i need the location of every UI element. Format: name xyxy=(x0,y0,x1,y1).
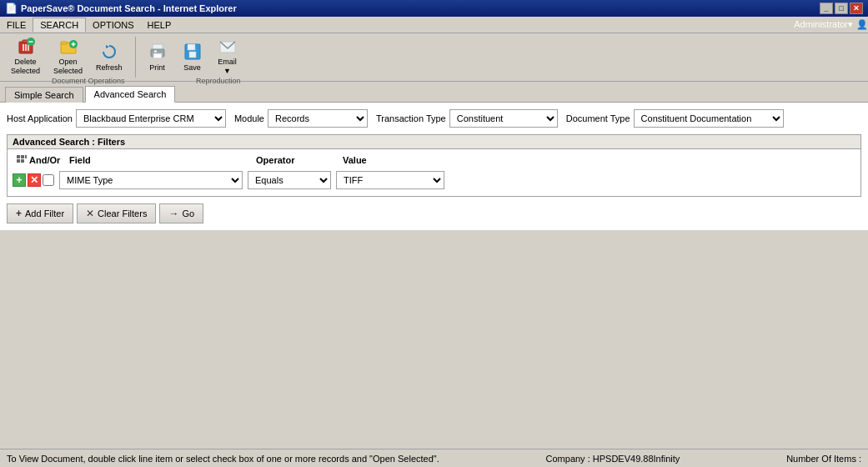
refresh-icon xyxy=(99,42,119,62)
menu-item-help[interactable]: HELP xyxy=(141,18,178,32)
filter-operator-col: Equals xyxy=(248,171,331,189)
host-application-select[interactable]: Blackbaud Enterprise CRM xyxy=(76,109,226,128)
save-button[interactable]: Save xyxy=(176,37,209,77)
grid-icon xyxy=(16,154,28,166)
open-icon xyxy=(58,38,78,56)
svg-rect-18 xyxy=(188,44,195,50)
svg-rect-15 xyxy=(153,53,162,58)
toolbar-group-doc-ops-wrapper: DeleteSelected OpenSelected xyxy=(5,37,128,88)
value-header-label: Value xyxy=(343,155,367,165)
admin-icon: 👤 xyxy=(856,19,868,30)
save-icon xyxy=(183,42,203,62)
minimize-button[interactable]: _ xyxy=(820,3,833,14)
toolbar-group-reproduction: Print Save xyxy=(141,37,251,78)
close-button[interactable]: ✕ xyxy=(850,3,863,14)
filter-field-col: MIME Type xyxy=(59,171,243,189)
add-filter-icon: + xyxy=(16,208,22,219)
delete-selected-button[interactable]: DeleteSelected xyxy=(5,37,46,77)
toolbar-group-repro-wrapper: Print Save xyxy=(141,37,244,88)
menu-bar: FILE SEARCH OPTIONS HELP Administrator▾ … xyxy=(0,17,868,33)
title-bar-text: PaperSave® Document Search - Internet Ex… xyxy=(21,3,237,13)
filter-value-select[interactable]: TIFF xyxy=(336,171,444,189)
menu-item-file[interactable]: FILE xyxy=(0,18,33,32)
go-icon: → xyxy=(168,208,178,219)
tab-advanced-search[interactable]: Advanced Search xyxy=(85,86,176,103)
app-logo-icon: 📄 xyxy=(5,3,18,14)
filters-header: And/Or Field Operator Value xyxy=(13,154,855,166)
print-label: Print xyxy=(149,63,165,73)
refresh-button[interactable]: Refresh xyxy=(90,37,128,77)
email-label: Email▼ xyxy=(218,58,237,76)
tabs-bar: Simple Search Advanced Search xyxy=(0,82,868,103)
save-label: Save xyxy=(183,63,201,73)
delete-selected-label: DeleteSelected xyxy=(11,58,40,76)
filters-content: And/Or Field Operator Value + ✕ xyxy=(8,149,860,196)
table-row: + ✕ MIME Type Equals xyxy=(13,169,855,191)
menu-item-search[interactable]: SEARCH xyxy=(33,18,86,32)
clear-filters-label: Clear Filters xyxy=(98,208,147,218)
operator-header-label: Operator xyxy=(256,155,339,165)
filter-row-checkbox[interactable] xyxy=(43,174,54,186)
document-type-select[interactable]: Constituent Documentation xyxy=(634,109,784,128)
svg-rect-8 xyxy=(61,42,67,44)
document-type-label: Document Type xyxy=(566,113,630,123)
svg-rect-23 xyxy=(25,155,27,158)
filter-field-select[interactable]: MIME Type xyxy=(59,171,243,189)
email-button[interactable]: Email▼ xyxy=(211,37,244,77)
svg-rect-22 xyxy=(21,155,24,158)
add-filter-label: Add Filter xyxy=(25,208,64,218)
add-filter-row-button[interactable]: + xyxy=(13,173,26,187)
clear-filters-button[interactable]: ✕ Clear Filters xyxy=(77,203,156,223)
add-filter-button[interactable]: + Add Filter xyxy=(7,203,73,223)
reproduction-section-label: Reproduction xyxy=(193,77,244,88)
restore-button[interactable]: □ xyxy=(835,3,848,14)
filters-box: Advanced Search : Filters And/Or xyxy=(7,134,861,197)
go-button[interactable]: → Go xyxy=(159,203,203,223)
field-header-label: Field xyxy=(69,155,253,165)
filter-value-col: TIFF xyxy=(336,171,444,189)
title-bar-controls[interactable]: _ □ ✕ xyxy=(820,3,863,14)
title-bar: 📄 PaperSave® Document Search - Internet … xyxy=(0,0,868,17)
go-label: Go xyxy=(182,208,194,218)
svg-rect-24 xyxy=(17,159,20,163)
open-selected-label: OpenSelected xyxy=(53,58,83,76)
svg-marker-12 xyxy=(106,45,109,48)
svg-rect-21 xyxy=(17,155,20,158)
toolbar: DeleteSelected OpenSelected xyxy=(0,33,868,82)
remove-filter-row-button[interactable]: ✕ xyxy=(28,173,41,187)
transaction-type-label: Transaction Type xyxy=(376,113,446,123)
delete-icon xyxy=(16,38,36,56)
svg-rect-16 xyxy=(154,50,157,52)
module-label: Module xyxy=(234,113,264,123)
refresh-label: Refresh xyxy=(96,63,123,73)
tab-simple-search[interactable]: Simple Search xyxy=(5,87,83,103)
andor-header-label: And/Or xyxy=(29,155,60,165)
transaction-type-select[interactable]: Constituent xyxy=(449,109,558,128)
menu-item-options[interactable]: OPTIONS xyxy=(86,18,141,32)
toolbar-group-document-operations: DeleteSelected OpenSelected xyxy=(5,37,136,78)
main-content: Host Application Blackbaud Enterprise CR… xyxy=(0,103,868,230)
form-row-main: Host Application Blackbaud Enterprise CR… xyxy=(7,109,861,128)
print-icon xyxy=(148,42,168,62)
title-bar-left: 📄 PaperSave® Document Search - Internet … xyxy=(5,3,237,14)
host-application-label: Host Application xyxy=(7,113,73,123)
filter-row-controls[interactable]: + ✕ xyxy=(13,173,54,187)
print-button[interactable]: Print xyxy=(141,37,174,77)
filters-legend: Advanced Search : Filters xyxy=(8,135,860,149)
open-selected-button[interactable]: OpenSelected xyxy=(48,37,88,77)
svg-rect-19 xyxy=(189,52,196,58)
clear-filters-icon: ✕ xyxy=(86,208,94,219)
module-select[interactable]: Records xyxy=(268,109,368,128)
admin-area[interactable]: Administrator▾ 👤 xyxy=(794,19,868,30)
app-body: Host Application Blackbaud Enterprise CR… xyxy=(0,103,868,448)
action-buttons: + Add Filter ✕ Clear Filters → Go xyxy=(7,203,861,223)
svg-rect-25 xyxy=(21,159,24,163)
filter-operator-select[interactable]: Equals xyxy=(248,171,331,189)
email-icon xyxy=(218,38,238,56)
admin-label: Administrator▾ xyxy=(794,19,853,30)
